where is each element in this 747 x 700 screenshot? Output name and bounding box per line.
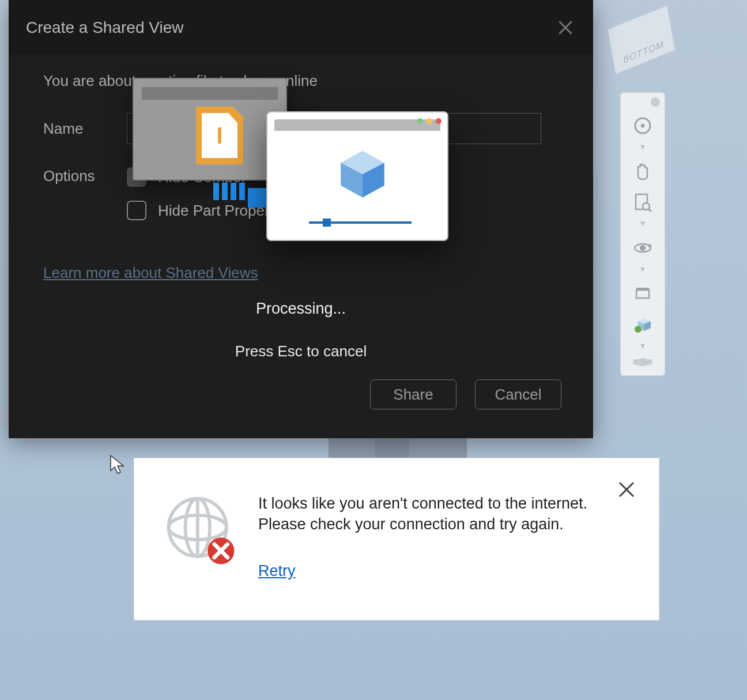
name-label: Name: [43, 120, 127, 138]
pan-hand-icon[interactable]: [627, 157, 658, 186]
svg-rect-17: [636, 290, 649, 298]
dialog-header: Create a Shared View: [9, 0, 593, 55]
look-at-icon[interactable]: [627, 279, 658, 308]
name-row: Name: [43, 113, 559, 144]
processing-hint: Press Esc to cancel: [235, 343, 367, 360]
toolbar-expand-icon[interactable]: ▾: [631, 340, 654, 351]
checkbox-unchecked-icon[interactable]: [127, 201, 146, 220]
close-icon[interactable]: [615, 478, 638, 501]
toast-line-1: It looks like you aren't connected to th…: [258, 493, 642, 514]
view-cube-face: BOTTOM: [608, 5, 676, 75]
toast-message: It looks like you aren't connected to th…: [258, 493, 642, 603]
toast-line-2: Please check your connection and try aga…: [258, 514, 642, 535]
option-hide-components-label: Hide Compor: [158, 168, 246, 186]
learn-more-link[interactable]: Learn more about Shared Views: [43, 264, 258, 282]
view-cube: BOTTOM: [592, 0, 684, 76]
svg-rect-18: [636, 288, 649, 291]
svg-point-15: [640, 245, 646, 251]
orbit-icon[interactable]: [627, 234, 658, 262]
svg-rect-10: [641, 124, 644, 127]
svg-point-22: [635, 326, 642, 333]
dialog-title: Create a Shared View: [26, 18, 183, 37]
create-shared-view-dialog: Create a Shared View You are about e act…: [9, 0, 593, 438]
navigation-bar: ▾ ▾ ▾ ▾: [620, 92, 665, 376]
svg-line-13: [648, 209, 651, 212]
toolbar-expand-icon[interactable]: ▾: [631, 218, 654, 229]
toolbar-expand-icon[interactable]: ▾: [631, 141, 654, 152]
dialog-actions: Share Cancel: [370, 379, 561, 409]
option-hide-part-properties[interactable]: Hide Part Properties: [127, 201, 559, 220]
toolbar-grip-icon[interactable]: [633, 359, 652, 365]
zoom-page-icon[interactable]: [627, 188, 658, 217]
name-input[interactable]: [127, 113, 541, 144]
toolbar-expand-icon[interactable]: ▾: [631, 264, 654, 274]
retry-link[interactable]: Retry: [258, 560, 296, 581]
dialog-body: You are about e active file to share onl…: [9, 55, 593, 299]
svg-marker-30: [111, 456, 123, 473]
options-row: Options Hide Compor Hide Part Properties: [43, 167, 559, 234]
dialog-intro-text: You are about e active file to share onl…: [43, 72, 559, 90]
cancel-button[interactable]: Cancel: [475, 379, 561, 409]
zoom-target-icon[interactable]: [627, 111, 658, 140]
options-label: Options: [43, 167, 127, 185]
processing-status: Processing...: [256, 300, 346, 318]
view-cube-home-icon[interactable]: [627, 310, 658, 339]
option-hide-part-properties-label: Hide Part Properties: [158, 202, 293, 220]
option-hide-components[interactable]: Hide Compor: [127, 167, 559, 187]
share-button[interactable]: Share: [370, 379, 456, 409]
offline-toast: It looks like you aren't connected to th…: [134, 458, 659, 620]
cursor-icon: [110, 454, 126, 475]
close-icon[interactable]: [555, 17, 576, 38]
dialog-surface: Create a Shared View You are about e act…: [9, 0, 593, 438]
globe-offline-icon: [163, 493, 241, 603]
toolbar-close-icon[interactable]: [651, 97, 660, 107]
checkbox-checked-icon[interactable]: [127, 167, 146, 187]
